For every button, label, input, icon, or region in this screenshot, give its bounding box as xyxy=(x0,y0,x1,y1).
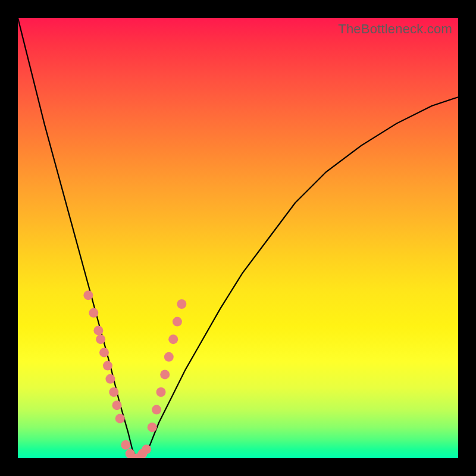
data-point xyxy=(93,325,103,335)
data-point xyxy=(177,299,186,309)
data-points xyxy=(83,290,186,458)
data-point xyxy=(112,400,122,410)
data-point xyxy=(83,290,93,300)
data-point xyxy=(121,440,130,450)
chart-frame: TheBottleneck.com xyxy=(0,0,476,476)
data-point xyxy=(89,308,98,318)
data-point xyxy=(164,352,174,362)
plot-area: TheBottleneck.com xyxy=(18,18,458,458)
data-point xyxy=(152,405,161,415)
data-point xyxy=(160,369,170,379)
chart-svg xyxy=(18,18,458,458)
data-point xyxy=(96,334,105,344)
data-point xyxy=(105,374,115,384)
data-point xyxy=(109,387,118,397)
data-point xyxy=(115,414,125,423)
bottleneck-curve xyxy=(18,18,458,458)
data-point xyxy=(168,334,178,344)
data-point xyxy=(142,444,151,454)
data-point xyxy=(156,387,166,397)
data-point xyxy=(103,361,112,371)
data-point xyxy=(148,422,157,432)
data-point xyxy=(99,347,109,357)
data-point xyxy=(173,317,182,327)
